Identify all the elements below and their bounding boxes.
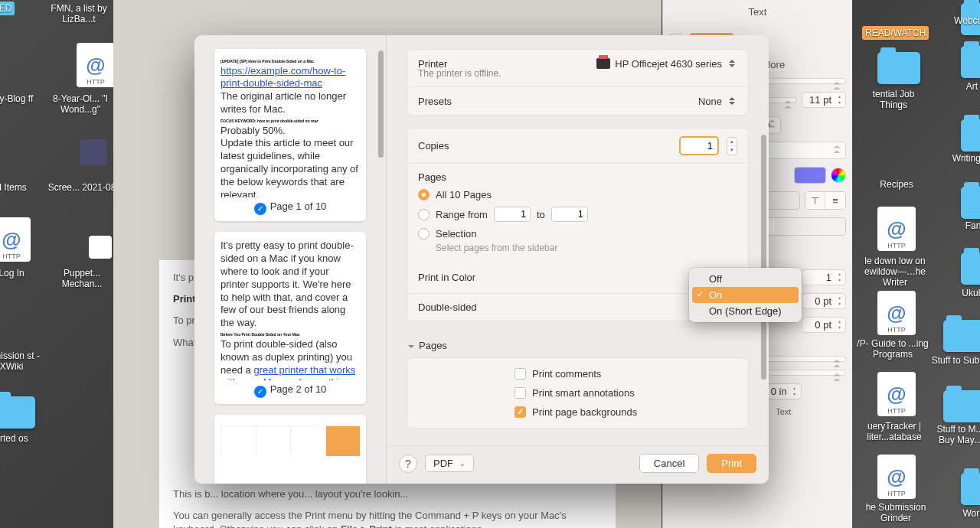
webloc-query[interactable]: HTTP (877, 372, 916, 416)
webloc-yp[interactable]: HTTP (877, 291, 916, 335)
chevron-down-icon: ⌄ (459, 460, 466, 468)
printer-icon (596, 58, 610, 69)
radio-range[interactable]: Range from to (407, 204, 748, 225)
folder-writing[interactable] (961, 119, 980, 152)
cancel-button[interactable]: Cancel (639, 454, 699, 473)
spacing-3[interactable]: 0 pt▴▾ (802, 317, 846, 333)
pdf-button[interactable]: PDF⌄ (425, 455, 474, 472)
settings-scrollbar[interactable] (761, 135, 766, 380)
label-query: ueryTracker | liter...atabase (854, 421, 934, 442)
presets-select[interactable]: None (698, 95, 737, 107)
label-login: Log In (0, 268, 46, 279)
folder-sorted[interactable] (0, 396, 35, 429)
copies-stepper[interactable]: ▴▾ (727, 137, 737, 155)
folder-readwatch[interactable]: READ/WATCH (862, 26, 929, 40)
webloc-8year[interactable]: HTTP (77, 43, 115, 87)
doc-puppet[interactable] (89, 236, 112, 259)
print-settings-pane: Printer HP Officejet 4630 series The pri… (386, 35, 769, 484)
label-8year: 8-Year-Ol... "I Wond...g" (46, 93, 115, 115)
thumb-screen[interactable] (80, 139, 107, 165)
menu-item-off[interactable]: Off (692, 271, 799, 287)
folder-arried[interactable]: ARRIED (0, 2, 15, 15)
folder-fanfic[interactable] (961, 187, 980, 219)
thumb-scrollbar[interactable] (378, 51, 384, 158)
folder-stuffm[interactable] (943, 390, 980, 422)
printer-offline: The printer is offline. (418, 65, 501, 79)
label-grinder: he Submission Grinder (854, 502, 937, 523)
color-label: Print in Color (418, 272, 475, 283)
radio-icon (418, 228, 430, 240)
copies-label: Copies (418, 140, 449, 152)
label-downlow: le down low on ewildow—…he Writer (853, 256, 937, 288)
label-workou: Workou... (948, 508, 980, 519)
check-icon: ✓ (254, 203, 266, 215)
printer-presets-card: Printer HP Officejet 4630 series The pri… (407, 49, 749, 116)
pages-options-card: Print comments Print smart annotations P… (407, 357, 749, 429)
folder-workou[interactable] (961, 473, 980, 505)
page-thumb-2[interactable]: It's pretty easy to print double-sided o… (214, 232, 366, 404)
page-thumb-1[interactable]: [UPDATE] [SP] How to Print Double-Sided … (214, 49, 366, 221)
color-picker-icon[interactable] (831, 168, 846, 183)
label-yp: /P- Guide to ...ing Programs (854, 338, 931, 360)
label-stuffsub: Stuff to Sub... (925, 355, 980, 366)
label-recipes: Recipes (862, 179, 931, 190)
pages-label: Pages (407, 164, 748, 186)
label-writing: Writing S... (940, 153, 980, 164)
folder-art[interactable] (961, 46, 980, 78)
dialog-button-row: ? PDF⌄ Cancel Print (387, 445, 769, 484)
range-to-input[interactable] (551, 207, 588, 222)
copies-input[interactable] (679, 136, 719, 155)
folder-stuffsub[interactable] (943, 320, 980, 352)
radio-icon (418, 209, 430, 220)
label-stuffm: Stuff to M... Buy May... (929, 424, 980, 445)
webloc-downlow[interactable]: HTTP (877, 207, 916, 251)
check-annotations[interactable]: Print smart annotations (407, 383, 748, 403)
label-screen: Scree... 2021-08 (47, 182, 116, 193)
label-fanfic: Fanficti... (949, 220, 980, 231)
webloc-login[interactable]: HTTP (0, 217, 31, 262)
label-art: Art Stu... (949, 81, 980, 92)
print-button[interactable]: Print (707, 454, 756, 473)
radio-icon (418, 189, 430, 200)
thumb-2-label: Page 2 of 10 (270, 383, 327, 395)
label-fmn[interactable]: FMN, a list by LizBa...t (44, 3, 113, 24)
check-icon: ✓ (254, 386, 266, 398)
spacing-2[interactable]: 0 pt▴▾ (802, 293, 846, 309)
folder-uku[interactable] (961, 253, 980, 285)
label-uku: Ukulele ... (948, 288, 980, 298)
range-from-input[interactable] (494, 207, 531, 222)
help-button[interactable]: ? (399, 455, 417, 473)
label-orted: orted os (0, 433, 46, 444)
disclosure-pages[interactable]: Pages (407, 334, 749, 357)
valign-segment[interactable]: ⊤≡ (805, 191, 846, 210)
radio-selection[interactable]: Selection (407, 225, 748, 243)
label-puppet: Puppet... Mechan... (47, 268, 116, 289)
thumb-1-label: Page 1 of 10 (270, 200, 327, 212)
check-comments[interactable]: Print comments (407, 364, 748, 383)
chevrons-icon (727, 57, 737, 70)
radio-all-pages[interactable]: All 10 Pages (407, 186, 748, 204)
label-jobs: tential Job Things (859, 89, 928, 110)
menu-item-on[interactable]: ✓On (692, 287, 799, 303)
label-essay: say-Blog ff (0, 93, 46, 104)
chevrons-icon (727, 95, 737, 107)
thumbnail-sidebar: [UPDATE] [SP] How to Print Double-Sided … (194, 35, 386, 484)
presets-label: Presets (418, 96, 452, 107)
page-thumb-3[interactable] (214, 415, 366, 484)
text-color-well[interactable] (794, 167, 826, 184)
check-backgrounds[interactable]: Print page backgrounds (407, 403, 748, 422)
inspector-tab-text[interactable]: Text (669, 6, 846, 21)
printer-select[interactable]: HP Officejet 4630 series (596, 57, 737, 70)
selection-subtext: Select pages from the sidebar (407, 243, 748, 261)
folder-jobs[interactable] (877, 52, 920, 84)
double-sided-label: Double-sided (418, 301, 477, 313)
label-submission: ubmission st - XWiki (0, 350, 46, 372)
webloc-grinder[interactable]: HTTP (877, 455, 916, 499)
menu-item-on-short[interactable]: On (Short Edge) (692, 303, 799, 319)
print-dialog: [UPDATE] [SP] How to Print Double-Sided … (194, 35, 769, 484)
double-sided-menu: Off ✓On On (Short Edge) (689, 268, 802, 322)
label-items: d Items (0, 182, 46, 193)
spacing-1[interactable]: 1▴▾ (802, 269, 846, 285)
font-size-field[interactable]: 11 pt▴▾ (802, 92, 846, 108)
lab-text: Text (776, 407, 791, 416)
